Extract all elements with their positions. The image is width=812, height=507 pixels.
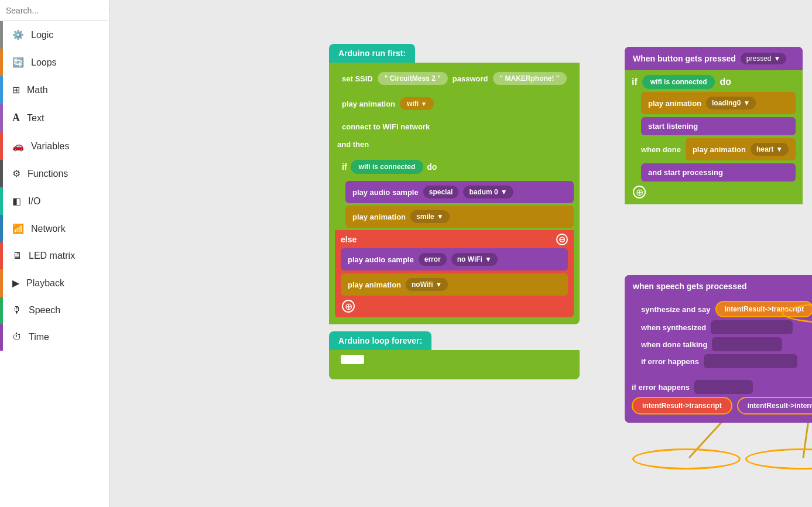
sidebar-label-time: Time bbox=[29, 332, 49, 342]
sidebar-item-io[interactable]: ◧ I/O bbox=[0, 187, 109, 215]
bottom-pills-row: intentResult->transcript intentResult->i… bbox=[632, 397, 812, 419]
if-error-row2: if error happens bbox=[632, 380, 812, 394]
sidebar-label-math: Math bbox=[27, 85, 48, 95]
wifi-pill[interactable]: wifi ▼ bbox=[400, 97, 434, 110]
if-error-row: if error happens bbox=[641, 354, 812, 368]
sidebar-label-functions: Functions bbox=[28, 169, 68, 179]
arduino-run-first-group: Arduino run first: set SSID " CircuitMes… bbox=[329, 44, 580, 379]
password-value[interactable]: " MAKERphone! " bbox=[493, 72, 567, 85]
sidebar-label-logic: Logic bbox=[31, 30, 53, 40]
logic-icon: ⚙️ bbox=[12, 29, 24, 40]
sidebar-item-led[interactable]: 🖥 LED matrix bbox=[0, 242, 109, 269]
canvas: Arduino run first: set SSID " CircuitMes… bbox=[109, 0, 812, 507]
arduino-run-first-header: Arduino run first: bbox=[329, 44, 415, 63]
and-then-label: and then bbox=[335, 139, 574, 150]
loading-pill[interactable]: loading0 ▼ bbox=[706, 97, 756, 109]
nowifi-anim-pill[interactable]: noWifi ▼ bbox=[406, 278, 448, 291]
play-audio-special-block: play audio sample special badum 0 ▼ bbox=[345, 181, 574, 203]
if-wifi-block: if wifi is connected do bbox=[335, 155, 574, 179]
play-animation-smile-block: play animation smile ▼ bbox=[345, 205, 574, 228]
if-wifi-connected-row: if wifi is connected do bbox=[632, 75, 796, 89]
sidebar-label-playback: Playback bbox=[26, 278, 64, 289]
sidebar-label-led: LED matrix bbox=[29, 251, 75, 261]
when-done-row: when done play animation heart ▼ bbox=[641, 138, 796, 160]
play-audio-error-block: play audio sample error no WiFi ▼ bbox=[341, 248, 568, 270]
oval-bottom-left bbox=[632, 448, 741, 470]
synthesize-row: synthesize and say intentResult->transcr… bbox=[641, 301, 812, 317]
sidebar-item-loops[interactable]: 🔄 Loops bbox=[0, 49, 109, 76]
smile-pill[interactable]: smile ▼ bbox=[410, 210, 450, 223]
wifi-dropdown-arrow[interactable]: ▼ bbox=[421, 101, 427, 107]
variables-icon: 🚗 bbox=[12, 141, 24, 152]
search-input[interactable] bbox=[6, 6, 108, 15]
functions-icon: ⚙ bbox=[12, 168, 20, 179]
sidebar-label-network: Network bbox=[31, 224, 66, 234]
wifi-connected-pill[interactable]: wifi is connected bbox=[351, 160, 424, 174]
sidebar-item-functions[interactable]: ⚙ Functions bbox=[0, 160, 109, 187]
button-press-group: When button gets pressed pressed ▼ if wi… bbox=[625, 47, 803, 204]
playback-icon: ▶ bbox=[12, 278, 19, 289]
button-press-header: When button gets pressed pressed ▼ bbox=[625, 47, 803, 70]
set-ssid-block: set SSID " CircuitMess 2 " password " MA… bbox=[335, 67, 574, 90]
loops-icon: 🔄 bbox=[12, 57, 24, 68]
play-anim-heart-block: play animation heart ▼ bbox=[686, 138, 796, 160]
search-bar: 🔍 bbox=[0, 0, 109, 21]
play-animation-wifi-block: play animation wifi ▼ bbox=[335, 93, 574, 115]
smile-arrow[interactable]: ▼ bbox=[437, 213, 444, 221]
sidebar-item-time[interactable]: ⏱ Time bbox=[0, 324, 109, 351]
connect-wifi-block: connect to WiFi network bbox=[335, 118, 574, 136]
oval-bottom-right bbox=[745, 448, 812, 470]
loading-arrow[interactable]: ▼ bbox=[743, 99, 750, 107]
time-icon: ⏱ bbox=[12, 332, 22, 342]
wifi-connected-btn-pill[interactable]: wifi is connected bbox=[642, 75, 715, 89]
sidebar-label-text: Text bbox=[27, 113, 44, 124]
io-icon: ◧ bbox=[12, 196, 21, 207]
text-icon: A bbox=[12, 112, 20, 124]
start-listening-block: start listening bbox=[641, 117, 796, 135]
when-synthesized-row: when synthesized bbox=[641, 320, 812, 334]
special-pill[interactable]: special bbox=[423, 186, 459, 198]
heart-pill[interactable]: heart ▼ bbox=[751, 143, 789, 156]
ssid-value[interactable]: " CircuitMess 2 " bbox=[378, 72, 448, 85]
else-minus-btn[interactable]: ⊖ bbox=[556, 234, 568, 245]
password-label: password bbox=[453, 74, 488, 83]
sidebar: 🔍 ⚙️ Logic 🔄 Loops ⊞ Math A Text 🚗 Varia… bbox=[0, 0, 109, 507]
sidebar-item-text[interactable]: A Text bbox=[0, 104, 109, 132]
sidebar-item-network[interactable]: 📶 Network bbox=[0, 215, 109, 242]
start-processing-block: and start processing bbox=[641, 163, 796, 181]
sidebar-item-variables[interactable]: 🚗 Variables bbox=[0, 132, 109, 160]
set-ssid-label: set SSID bbox=[342, 74, 373, 83]
sidebar-label-io: I/O bbox=[28, 196, 40, 207]
sidebar-item-math[interactable]: ⊞ Math bbox=[0, 76, 109, 104]
else-label: else bbox=[341, 235, 357, 244]
led-icon: 🖥 bbox=[12, 251, 22, 261]
error-pill[interactable]: error bbox=[419, 253, 447, 266]
network-icon: 📶 bbox=[12, 223, 24, 234]
play-anim-loading-block: play animation loading0 ▼ bbox=[641, 92, 796, 114]
button-block-plus-btn[interactable]: ⊕ bbox=[633, 186, 646, 198]
intent-transcript-pill-top[interactable]: intentResult->transcript bbox=[715, 301, 813, 317]
speech-processed-group: when speech gets processed synthesize an… bbox=[625, 275, 812, 423]
sidebar-label-speech: Speech bbox=[29, 305, 60, 316]
speech-header: when speech gets processed bbox=[625, 275, 812, 297]
sidebar-item-speech[interactable]: 🎙 Speech bbox=[0, 297, 109, 324]
sidebar-label-variables: Variables bbox=[31, 141, 70, 152]
pressed-dropdown[interactable]: pressed ▼ bbox=[741, 53, 787, 64]
speech-icon: 🎙 bbox=[12, 305, 22, 316]
sidebar-item-playback[interactable]: ▶ Playback bbox=[0, 269, 109, 297]
sidebar-label-loops: Loops bbox=[31, 57, 57, 68]
nowifi-pill[interactable]: no WiFi ▼ bbox=[451, 253, 498, 266]
intent-transcript-pill-bottom[interactable]: intentResult->transcript bbox=[632, 397, 732, 414]
badum-arrow[interactable]: ▼ bbox=[501, 188, 508, 196]
nowifi-anim-arrow[interactable]: ▼ bbox=[436, 280, 443, 289]
nowifi-arrow[interactable]: ▼ bbox=[485, 255, 492, 263]
math-icon: ⊞ bbox=[12, 84, 20, 95]
arduino-loop-header: Arduino loop forever: bbox=[329, 331, 431, 350]
sidebar-item-logic[interactable]: ⚙️ Logic bbox=[0, 21, 109, 49]
pressed-arrow[interactable]: ▼ bbox=[774, 54, 781, 63]
when-done-talking-row: when done talking bbox=[641, 337, 812, 351]
else-plus-btn[interactable]: ⊕ bbox=[342, 300, 355, 313]
badum-pill[interactable]: badum 0 ▼ bbox=[463, 186, 513, 198]
intent-intent-pill[interactable]: intentResult->intent bbox=[737, 397, 812, 414]
heart-arrow[interactable]: ▼ bbox=[776, 145, 783, 153]
